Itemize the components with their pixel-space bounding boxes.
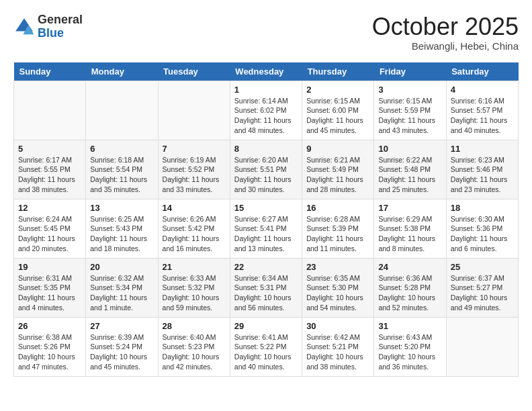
sunset-time: Sunset: 5:52 PM	[163, 165, 226, 175]
day-number: 16	[306, 203, 369, 213]
daylight-hours: Daylight: 11 hours and 43 minutes.	[378, 116, 441, 135]
calendar-cell: 25Sunrise: 6:37 AMSunset: 5:27 PMDayligh…	[446, 258, 518, 317]
day-number: 4	[451, 85, 514, 95]
daylight-hours: Daylight: 10 hours and 38 minutes.	[306, 352, 369, 371]
calendar-cell: 18Sunrise: 6:30 AMSunset: 5:36 PMDayligh…	[446, 199, 518, 258]
day-number: 11	[451, 144, 514, 154]
daylight-hours: Daylight: 11 hours and 25 minutes.	[378, 175, 441, 194]
day-number: 24	[378, 262, 441, 272]
sunset-time: Sunset: 5:20 PM	[378, 342, 441, 352]
daylight-hours: Daylight: 11 hours and 1 minute.	[90, 293, 153, 312]
day-number: 5	[18, 144, 81, 154]
sunrise-time: Sunrise: 6:43 AM	[378, 332, 441, 342]
calendar-cell: 21Sunrise: 6:33 AMSunset: 5:32 PMDayligh…	[158, 258, 230, 317]
day-number: 22	[234, 262, 298, 272]
daylight-hours: Daylight: 11 hours and 4 minutes.	[18, 293, 81, 312]
sunset-time: Sunset: 5:43 PM	[90, 224, 153, 234]
day-number: 19	[18, 262, 81, 272]
weekday-header-thursday: Thursday	[302, 62, 374, 81]
week-row-4: 19Sunrise: 6:31 AMSunset: 5:35 PMDayligh…	[14, 258, 519, 317]
sunrise-time: Sunrise: 6:22 AM	[378, 155, 441, 165]
sunrise-time: Sunrise: 6:42 AM	[306, 332, 369, 342]
sunset-time: Sunset: 5:51 PM	[234, 165, 298, 175]
sunrise-time: Sunrise: 6:41 AM	[234, 332, 298, 342]
sunrise-time: Sunrise: 6:15 AM	[378, 96, 441, 106]
day-number: 6	[90, 144, 153, 154]
calendar-cell: 3Sunrise: 6:15 AMSunset: 5:59 PMDaylight…	[374, 81, 446, 140]
day-number: 3	[378, 85, 441, 95]
daylight-hours: Daylight: 10 hours and 45 minutes.	[90, 352, 153, 371]
weekday-header-wednesday: Wednesday	[230, 62, 302, 81]
sunset-time: Sunset: 5:23 PM	[163, 342, 226, 352]
sunrise-time: Sunrise: 6:29 AM	[378, 214, 441, 224]
day-number: 26	[18, 321, 81, 331]
calendar-cell	[446, 317, 518, 376]
day-number: 10	[378, 144, 441, 154]
page-header: General Blue October 2025 Beiwangli, Heb…	[13, 13, 519, 52]
daylight-hours: Daylight: 11 hours and 16 minutes.	[163, 234, 226, 253]
sunrise-time: Sunrise: 6:19 AM	[163, 155, 226, 165]
sunrise-time: Sunrise: 6:39 AM	[90, 332, 153, 342]
day-number: 31	[378, 321, 441, 331]
day-number: 29	[234, 321, 298, 331]
sunrise-time: Sunrise: 6:17 AM	[18, 155, 81, 165]
day-number: 9	[306, 144, 369, 154]
sunrise-time: Sunrise: 6:20 AM	[234, 155, 298, 165]
calendar-cell: 17Sunrise: 6:29 AMSunset: 5:38 PMDayligh…	[374, 199, 446, 258]
sunset-time: Sunset: 5:57 PM	[451, 105, 514, 116]
calendar-cell	[86, 81, 158, 140]
daylight-hours: Daylight: 10 hours and 47 minutes.	[18, 352, 81, 371]
week-row-2: 5Sunrise: 6:17 AMSunset: 5:55 PMDaylight…	[14, 140, 519, 199]
calendar-cell: 27Sunrise: 6:39 AMSunset: 5:24 PMDayligh…	[86, 317, 158, 376]
day-number: 1	[234, 85, 298, 95]
sunset-time: Sunset: 5:59 PM	[378, 105, 441, 116]
daylight-hours: Daylight: 11 hours and 18 minutes.	[90, 234, 153, 253]
sunset-time: Sunset: 5:49 PM	[306, 165, 369, 175]
daylight-hours: Daylight: 10 hours and 52 minutes.	[378, 293, 441, 312]
daylight-hours: Daylight: 11 hours and 13 minutes.	[234, 234, 298, 253]
week-row-5: 26Sunrise: 6:38 AMSunset: 5:26 PMDayligh…	[14, 317, 519, 376]
daylight-hours: Daylight: 10 hours and 42 minutes.	[163, 352, 226, 371]
daylight-hours: Daylight: 10 hours and 36 minutes.	[378, 352, 441, 371]
sunset-time: Sunset: 5:28 PM	[378, 283, 441, 293]
day-number: 23	[306, 262, 369, 272]
calendar-cell: 31Sunrise: 6:43 AMSunset: 5:20 PMDayligh…	[374, 317, 446, 376]
calendar-cell: 4Sunrise: 6:16 AMSunset: 5:57 PMDaylight…	[446, 81, 518, 140]
sunset-time: Sunset: 5:41 PM	[234, 224, 298, 234]
day-number: 30	[306, 321, 369, 331]
location: Beiwangli, Hebei, China	[372, 40, 519, 52]
day-number: 17	[378, 203, 441, 213]
calendar-cell: 6Sunrise: 6:18 AMSunset: 5:54 PMDaylight…	[86, 140, 158, 199]
weekday-header-monday: Monday	[86, 62, 158, 81]
weekday-header-row: SundayMondayTuesdayWednesdayThursdayFrid…	[14, 62, 519, 81]
calendar-table: SundayMondayTuesdayWednesdayThursdayFrid…	[13, 62, 519, 377]
sunset-time: Sunset: 5:26 PM	[18, 342, 81, 352]
daylight-hours: Daylight: 11 hours and 38 minutes.	[18, 175, 81, 194]
calendar-cell: 15Sunrise: 6:27 AMSunset: 5:41 PMDayligh…	[230, 199, 302, 258]
day-number: 12	[18, 203, 81, 213]
daylight-hours: Daylight: 11 hours and 33 minutes.	[163, 175, 226, 194]
daylight-hours: Daylight: 11 hours and 30 minutes.	[234, 175, 298, 194]
sunrise-time: Sunrise: 6:33 AM	[163, 273, 226, 283]
sunset-time: Sunset: 5:27 PM	[451, 283, 514, 293]
sunrise-time: Sunrise: 6:18 AM	[90, 155, 153, 165]
sunrise-time: Sunrise: 6:28 AM	[306, 214, 369, 224]
title-block: October 2025 Beiwangli, Hebei, China	[372, 13, 519, 52]
sunrise-time: Sunrise: 6:14 AM	[234, 96, 298, 106]
sunset-time: Sunset: 5:32 PM	[163, 283, 226, 293]
sunrise-time: Sunrise: 6:34 AM	[234, 273, 298, 283]
daylight-hours: Daylight: 10 hours and 49 minutes.	[451, 293, 514, 312]
daylight-hours: Daylight: 10 hours and 56 minutes.	[234, 293, 298, 312]
day-number: 25	[451, 262, 514, 272]
sunrise-time: Sunrise: 6:32 AM	[90, 273, 153, 283]
day-number: 2	[306, 85, 369, 95]
sunset-time: Sunset: 5:31 PM	[234, 283, 298, 293]
calendar-cell: 8Sunrise: 6:20 AMSunset: 5:51 PMDaylight…	[230, 140, 302, 199]
day-number: 20	[90, 262, 153, 272]
sunrise-time: Sunrise: 6:24 AM	[18, 214, 81, 224]
logo-general: General	[38, 13, 83, 27]
day-number: 13	[90, 203, 153, 213]
sunset-time: Sunset: 5:42 PM	[163, 224, 226, 234]
sunset-time: Sunset: 5:48 PM	[378, 165, 441, 175]
calendar-cell: 26Sunrise: 6:38 AMSunset: 5:26 PMDayligh…	[14, 317, 86, 376]
